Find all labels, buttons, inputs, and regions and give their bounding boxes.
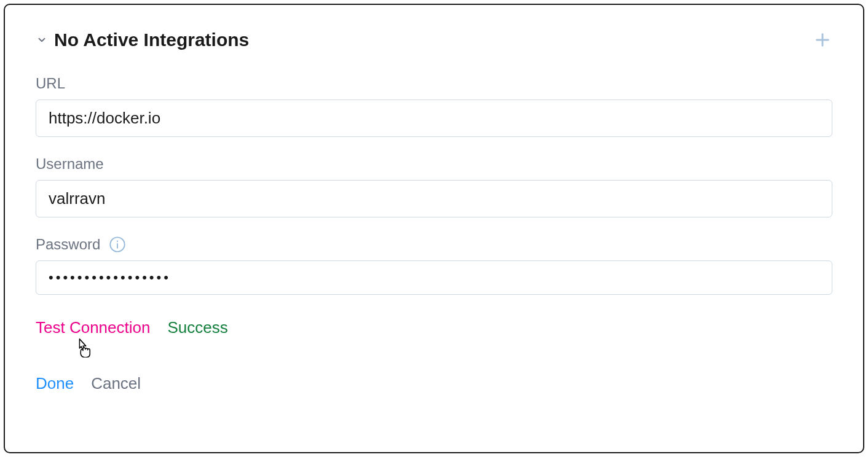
done-button[interactable]: Done [36, 374, 74, 393]
info-icon[interactable] [109, 236, 126, 253]
header-left: No Active Integrations [36, 29, 249, 50]
cancel-button[interactable]: Cancel [91, 374, 141, 393]
url-label: URL [36, 75, 832, 92]
integrations-panel: No Active Integrations URL Username Pass… [4, 4, 864, 453]
panel-header: No Active Integrations [36, 29, 832, 50]
username-input[interactable] [36, 180, 832, 217]
url-field-group: URL [36, 75, 832, 137]
add-integration-button[interactable] [813, 30, 832, 50]
test-connection-button[interactable]: Test Connection [36, 318, 150, 337]
password-field-group: Password [36, 236, 832, 295]
test-connection-row: Test Connection Success [36, 318, 832, 337]
pointer-cursor-icon [74, 337, 92, 357]
status-badge: Success [167, 318, 227, 337]
chevron-down-icon[interactable] [36, 34, 48, 46]
footer-actions: Done Cancel [36, 374, 832, 393]
url-input[interactable] [36, 100, 832, 137]
username-label: Username [36, 155, 832, 173]
section-title: No Active Integrations [54, 29, 249, 50]
password-label: Password [36, 236, 832, 253]
password-label-text: Password [36, 236, 100, 253]
svg-point-3 [117, 241, 118, 242]
username-field-group: Username [36, 155, 832, 217]
password-input[interactable] [36, 260, 832, 295]
